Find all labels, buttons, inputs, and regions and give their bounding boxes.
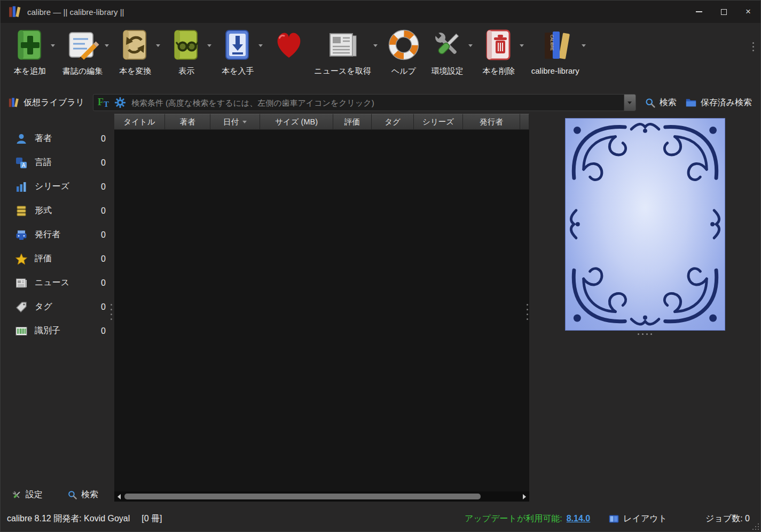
scroll-left-button[interactable] — [114, 491, 124, 502]
column-header-publisher[interactable]: 発行者 — [463, 114, 520, 130]
cover-panel-splitter[interactable] — [524, 302, 530, 322]
get-books-icon — [220, 27, 255, 62]
item-count: 0 — [101, 134, 106, 144]
tag-browser-settings-button[interactable]: 設定 — [11, 489, 43, 500]
column-header-series[interactable]: シリーズ — [414, 114, 463, 130]
sidebar-item-languages[interactable]: A 言語 0 — [1, 151, 114, 175]
sidebar-item-ratings[interactable]: 評価 0 — [1, 247, 114, 271]
fetch-news-icon — [325, 27, 360, 62]
layout-icon — [608, 513, 619, 525]
close-button[interactable]: × — [736, 1, 760, 23]
saved-search-button[interactable]: 保存済み検索 — [685, 97, 752, 108]
book-cover-placeholder — [565, 118, 725, 331]
sort-indicator-icon — [242, 121, 247, 123]
library-books-icon: CALIBRE — [538, 27, 573, 62]
update-version-link[interactable]: 8.14.0 — [567, 514, 590, 523]
barcode-icon — [14, 325, 28, 338]
virtual-library-label: 仮想ライブラリ — [23, 97, 84, 108]
scrollbar-thumb[interactable] — [124, 494, 481, 499]
sidebar-item-label: 識別子 — [35, 325, 60, 337]
search-box: FT — [93, 94, 636, 111]
fulltext-search-icon[interactable]: FT — [98, 97, 109, 109]
saved-search-folder-icon — [685, 97, 697, 108]
column-header-authors[interactable]: 著者 — [165, 114, 210, 130]
tag-browser-search-button[interactable]: 検索 — [67, 489, 98, 500]
search-button[interactable]: 検索 — [645, 97, 677, 108]
app-version-info: calibre 8.12 開発者: Kovid Goyal — [7, 513, 130, 525]
sidebar-item-identifiers[interactable]: 識別子 0 — [1, 319, 114, 343]
search-label: 検索 — [81, 489, 98, 500]
search-button-label: 検索 — [660, 97, 677, 108]
chevron-down-icon[interactable] — [468, 44, 473, 47]
column-header-title[interactable]: タイトル — [114, 114, 165, 130]
item-count: 0 — [101, 230, 106, 240]
cover-splitter-handle[interactable] — [638, 333, 652, 335]
horizontal-scrollbar[interactable] — [114, 491, 529, 502]
tag-browser-splitter[interactable] — [108, 302, 114, 322]
convert-books-icon — [117, 27, 153, 62]
book-list-empty-area[interactable] — [114, 130, 529, 491]
toolbar-item-library[interactable]: CALIBRE calibre-library — [529, 27, 582, 75]
toolbar-label: 本を追加 — [14, 66, 46, 76]
resize-grip[interactable] — [751, 522, 759, 530]
sidebar-footer: 設定 検索 — [1, 489, 114, 506]
search-input[interactable] — [131, 95, 624, 111]
toolbar-item-convert-books[interactable]: 本を変換 — [114, 27, 156, 76]
chevron-down-icon[interactable] — [373, 44, 378, 47]
minimize-button[interactable] — [687, 1, 711, 23]
toolbar-overflow-button[interactable] — [752, 42, 756, 51]
tag-icon — [14, 301, 28, 314]
scrollbar-track[interactable] — [124, 491, 520, 502]
chevron-down-icon[interactable] — [51, 44, 55, 47]
virtual-library-button[interactable]: 仮想ライブラリ — [8, 97, 84, 108]
sidebar-item-label: 著者 — [35, 133, 52, 144]
chevron-down-icon[interactable] — [582, 44, 586, 47]
item-count: 0 — [101, 206, 106, 216]
calibre-logo-icon — [8, 5, 22, 19]
sidebar-item-label: 評価 — [35, 253, 52, 264]
toolbar-item-fetch-news[interactable]: ニュースを取得 — [312, 27, 373, 76]
publisher-icon — [14, 229, 28, 241]
toolbar-label: 本を削除 — [483, 66, 515, 76]
chevron-down-icon[interactable] — [105, 44, 109, 47]
book-list-header: タイトル 著者 日付 サイズ (MB) 評価 タグ シリーズ 発行者 — [114, 114, 529, 130]
chevron-down-icon[interactable] — [520, 44, 524, 47]
sidebar-item-label: 発行者 — [35, 229, 60, 240]
item-count: 0 — [101, 326, 106, 336]
virtual-library-icon — [8, 97, 20, 108]
toolbar-item-view[interactable]: 表示 — [166, 27, 207, 76]
jobs-counter[interactable]: ジョブ数: 0 — [705, 513, 750, 525]
toolbar-item-add-books[interactable]: 本を追加 — [9, 27, 51, 76]
column-header-size[interactable]: サイズ (MB) — [260, 114, 333, 130]
toolbar-item-help[interactable]: ヘルプ — [383, 27, 425, 76]
sidebar-item-authors[interactable]: 著者 0 — [1, 127, 114, 151]
status-bar: calibre 8.12 開発者: Kovid Goyal [0 冊] アップデ… — [1, 506, 760, 531]
calibre-window: calibre — || calibre-library || × 本を追加 — [0, 0, 761, 532]
layout-button[interactable]: レイアウト — [608, 513, 667, 525]
titlebar: calibre — || calibre-library || × — [1, 1, 760, 23]
sidebar-item-publishers[interactable]: 発行者 0 — [1, 223, 114, 247]
sidebar-item-news[interactable]: ニュース 0 — [1, 271, 114, 295]
column-header-tags[interactable]: タグ — [372, 114, 414, 130]
scroll-right-button[interactable] — [520, 491, 529, 502]
toolbar-item-remove-books[interactable]: 本を削除 — [478, 27, 520, 76]
sidebar-item-formats[interactable]: 形式 0 — [1, 199, 114, 223]
toolbar-item-donate[interactable] — [268, 27, 310, 66]
item-count: 0 — [101, 302, 106, 312]
chevron-down-icon[interactable] — [207, 44, 211, 47]
search-history-dropdown[interactable] — [624, 95, 636, 111]
donate-heart-icon — [271, 27, 307, 62]
column-header-date[interactable]: 日付 — [210, 114, 260, 130]
column-header-rating[interactable]: 評価 — [333, 114, 372, 130]
toolbar-label: calibre-library — [531, 66, 579, 75]
toolbar-item-get-books[interactable]: 本を入手 — [217, 27, 258, 76]
toolbar-item-edit-metadata[interactable]: 書誌の編集 — [60, 27, 105, 76]
toolbar-item-preferences[interactable]: 環境設定 — [427, 27, 468, 76]
add-books-icon — [12, 27, 48, 62]
search-options-button[interactable] — [114, 97, 126, 108]
maximize-button[interactable] — [711, 1, 736, 23]
sidebar-item-series[interactable]: シリーズ 0 — [1, 175, 114, 199]
chevron-down-icon[interactable] — [156, 44, 160, 47]
sidebar-item-tags[interactable]: タグ 0 — [1, 295, 114, 319]
chevron-down-icon[interactable] — [258, 44, 263, 47]
